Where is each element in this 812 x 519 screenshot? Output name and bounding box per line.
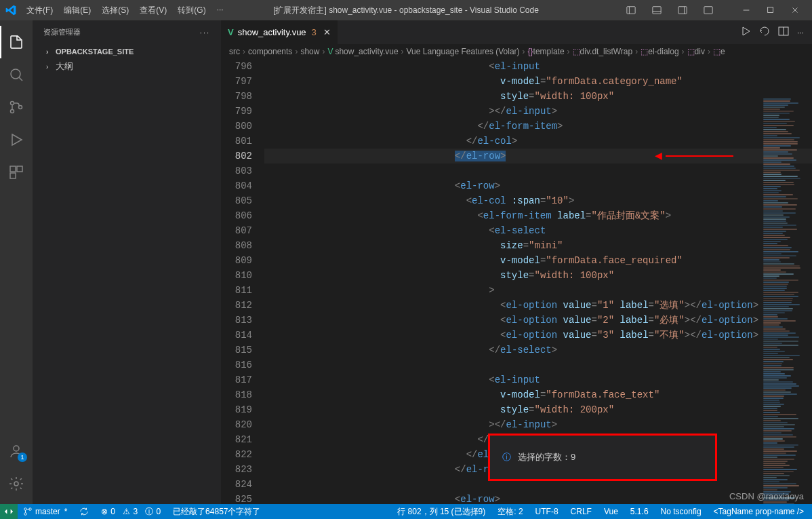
breadcrumb-item[interactable]: Vue Language Features (Volar): [407, 47, 520, 56]
menu-item[interactable]: 查看(V): [135, 2, 171, 19]
code-line[interactable]: <el-form-item label="作品封面&文案">: [264, 208, 812, 223]
run-debug-icon[interactable]: [0, 123, 33, 156]
code-line[interactable]: ></el-input>: [264, 417, 812, 432]
toggle-panel-left-icon[interactable]: [620, 1, 643, 20]
menu-bar: 文件(F)编辑(E)选择(S)查看(V)转到(G)···: [22, 2, 228, 19]
extensions-icon[interactable]: [0, 156, 33, 189]
svg-rect-2: [653, 7, 661, 14]
indentation-status[interactable]: 空格: 2: [495, 506, 525, 518]
toggle-panel-right-icon[interactable]: [671, 1, 694, 20]
vscode-logo-icon: [5, 5, 16, 16]
menu-item[interactable]: 转到(G): [173, 2, 210, 19]
code-line[interactable]: v-model="formData.face_text": [264, 387, 812, 402]
code-line[interactable]: <el-option value="2" label="必填"></el-opt…: [264, 313, 812, 328]
close-button[interactable]: [784, 1, 807, 20]
breadcrumb[interactable]: src›components›show›Vshow_activity.vue›V…: [221, 44, 812, 59]
breadcrumb-item[interactable]: template: [533, 47, 565, 56]
sync-status[interactable]: [77, 507, 92, 516]
account-icon[interactable]: 1: [0, 435, 33, 467]
code-line[interactable]: style="width: 100px": [264, 268, 812, 283]
source-control-icon[interactable]: [0, 91, 33, 123]
settings-gear-icon[interactable]: [0, 467, 33, 500]
code-line[interactable]: style="width: 200px": [264, 402, 812, 417]
sidebar-header: 资源管理器 ···: [33, 20, 221, 44]
menu-item[interactable]: 文件(F): [22, 2, 58, 19]
split-editor-icon[interactable]: [778, 26, 789, 39]
explorer-icon[interactable]: [0, 26, 33, 58]
layout-controls: [620, 1, 720, 20]
code-line[interactable]: <el-input: [264, 59, 812, 74]
tab-bar: V show_activity.vue 3 ✕ ···: [221, 20, 812, 44]
git-branch[interactable]: master*: [20, 507, 70, 516]
sidebar-title: 资源管理器: [43, 27, 81, 37]
encoding-status[interactable]: UTF-8: [533, 507, 561, 516]
tab-dirty-indicator: 3: [312, 27, 317, 37]
code-line[interactable]: <el-option value="1" label="选填"></el-opt…: [264, 298, 812, 313]
remote-indicator[interactable]: [0, 504, 18, 519]
code-line[interactable]: <el-row>: [264, 178, 812, 193]
menu-item[interactable]: 编辑(E): [59, 2, 96, 19]
minimap[interactable]: [763, 98, 804, 504]
code-line[interactable]: <el-col :span="10">: [264, 193, 812, 208]
svg-rect-6: [704, 7, 712, 14]
watermark: CSDN @raoxiaoya: [729, 491, 804, 501]
typing-counter[interactable]: 已经敲了64857个字符了: [170, 506, 263, 518]
chevron-right-icon: ›: [46, 48, 54, 56]
svg-point-19: [14, 446, 19, 451]
customize-layout-icon[interactable]: [697, 1, 720, 20]
code-line[interactable]: ></el-input>: [264, 104, 812, 119]
breadcrumb-item[interactable]: src: [229, 47, 240, 56]
svg-rect-16: [10, 166, 16, 172]
callout-text: 选择的字数：9: [518, 451, 575, 463]
code-line[interactable]: <el-select: [264, 223, 812, 238]
vue-file-icon: V: [228, 27, 234, 37]
minimize-button[interactable]: [735, 1, 758, 20]
sidebar-more-icon[interactable]: ···: [200, 28, 210, 37]
breadcrumb-item[interactable]: show: [300, 47, 319, 56]
toggle-panel-bottom-icon[interactable]: [645, 1, 668, 20]
version-status[interactable]: 5.1.6: [628, 507, 651, 516]
revert-icon[interactable]: [759, 26, 770, 39]
breadcrumb-item[interactable]: e: [720, 47, 725, 56]
more-actions-icon[interactable]: ···: [797, 28, 804, 37]
breadcrumb-item[interactable]: show_activity.vue: [335, 47, 398, 56]
tree-folder-root[interactable]: ›OPBACKSTAGE_SITE: [38, 44, 216, 59]
run-icon[interactable]: [740, 26, 751, 39]
sidebar: 资源管理器 ··· ›OPBACKSTAGE_SITE ›大纲: [33, 20, 221, 504]
code-line[interactable]: v-model="formData.category_name": [264, 74, 812, 89]
tsconfig-status[interactable]: No tsconfig: [658, 507, 704, 516]
problems-status[interactable]: ⊗0 ⚠3 ⓘ0: [98, 506, 163, 518]
breadcrumb-item[interactable]: el-dialog: [648, 47, 678, 56]
selection-info-callout: ⓘ 选择的字数：9: [488, 434, 717, 481]
tab-active[interactable]: V show_activity.vue 3 ✕: [221, 20, 338, 44]
breadcrumb-item[interactable]: components: [248, 47, 292, 56]
chevron-right-icon: ›: [46, 63, 54, 71]
code-line[interactable]: [264, 164, 812, 178]
eol-status[interactable]: CRLF: [568, 507, 594, 516]
tagname-status[interactable]: <TagName prop-name />: [711, 507, 807, 516]
code-line[interactable]: <el-option value="3" label="不填"></el-opt…: [264, 328, 812, 343]
code-line[interactable]: >: [264, 283, 812, 298]
tree-outline[interactable]: ›大纲: [38, 59, 216, 74]
menu-item[interactable]: ···: [212, 2, 228, 19]
code-line[interactable]: </el-col>: [264, 134, 812, 149]
svg-line-12: [19, 77, 22, 81]
breadcrumb-item[interactable]: div.dt_listWrap: [580, 47, 633, 56]
code-line[interactable]: size="mini": [264, 238, 812, 253]
cursor-position[interactable]: 行 802，列 15 (已选择9): [394, 506, 488, 518]
menu-item[interactable]: 选择(S): [97, 2, 134, 19]
code-line[interactable]: </el-form-item>: [264, 119, 812, 134]
code-line[interactable]: <el-input: [264, 372, 812, 387]
editor-area: V show_activity.vue 3 ✕ ··· src›componen…: [221, 20, 812, 504]
code-line[interactable]: [264, 358, 812, 372]
code-line[interactable]: </el-select>: [264, 343, 812, 358]
breadcrumb-item[interactable]: div: [695, 47, 705, 56]
file-tree: ›OPBACKSTAGE_SITE ›大纲: [33, 44, 221, 74]
code-line[interactable]: v-model="formData.face_required": [264, 253, 812, 268]
search-icon[interactable]: [0, 58, 33, 91]
tab-filename: show_activity.vue: [238, 27, 306, 37]
close-icon[interactable]: ✕: [323, 27, 331, 37]
language-mode[interactable]: Vue: [601, 507, 621, 516]
code-line[interactable]: style="width: 100px": [264, 89, 812, 104]
maximize-button[interactable]: [759, 1, 782, 20]
